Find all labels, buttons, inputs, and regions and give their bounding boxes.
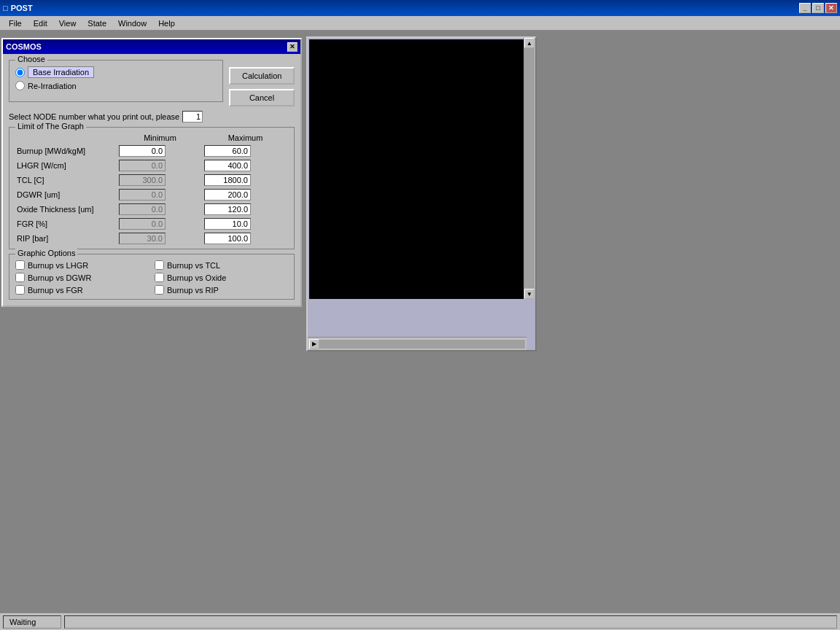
graph-min-input-3	[119, 189, 166, 201]
graph-max-input-1[interactable]	[204, 160, 251, 171]
table-row: Oxide Thickness [um]	[15, 202, 288, 217]
radio-reirr-label: Re-Irradiation	[28, 82, 77, 90]
graph-row-label: LHGR [W/cm]	[15, 158, 117, 173]
radio-base-label: Base Irradiation	[28, 66, 94, 78]
menu-edit[interactable]: Edit	[28, 18, 53, 29]
graph-row-label: FGR [%]	[15, 217, 117, 231]
checkbox-label-5: Burnup vs RIP	[167, 286, 219, 295]
graph-min-input-5	[119, 218, 166, 230]
app-title-bar: □ POST _ □ ✕	[0, 0, 840, 16]
node-label: Select NODE number what you print out, p…	[9, 112, 179, 121]
graph-max-input-6[interactable]	[204, 233, 251, 244]
scroll-down-button[interactable]: ▼	[524, 289, 534, 299]
table-row: DGWR [um]	[15, 187, 288, 202]
menu-file[interactable]: File	[3, 18, 28, 29]
table-row: Burnup [MWd/kgM]	[15, 144, 288, 158]
scroll-up-button[interactable]: ▲	[524, 38, 534, 48]
display-black-area	[309, 39, 528, 299]
title-bar-buttons: _ □ ✕	[799, 3, 837, 13]
checkbox-label-3: Burnup vs Oxide	[167, 273, 226, 282]
check-row: Burnup vs DGWR	[15, 273, 149, 282]
graph-min-input-4	[119, 203, 166, 215]
checkbox-label-1: Burnup vs TCL	[167, 261, 220, 270]
graph-row-label: Burnup [MWd/kgM]	[15, 144, 117, 158]
col-min-header: Minimum	[117, 133, 203, 144]
checkbox-3[interactable]	[155, 273, 164, 282]
node-input[interactable]	[182, 111, 203, 122]
display-right-arrow-button[interactable]: ▶	[309, 339, 319, 349]
checkbox-4[interactable]	[15, 285, 25, 295]
graph-row-label: DGWR [um]	[15, 187, 117, 202]
check-row: Burnup vs LHGR	[15, 260, 149, 270]
graph-row-label: RIP [bar]	[15, 231, 117, 246]
graph-min-input-0[interactable]	[119, 145, 166, 157]
graph-max-input-3[interactable]	[204, 189, 251, 201]
graph-min-input-1	[119, 160, 166, 171]
display-panel-outer: ▲ ▼ ▶	[306, 36, 537, 351]
status-empty-area	[64, 615, 837, 629]
menu-state[interactable]: State	[82, 18, 112, 29]
check-row: Burnup vs TCL	[155, 260, 288, 270]
radio-base-irradiation[interactable]	[15, 68, 25, 77]
minimize-button[interactable]: _	[799, 3, 811, 13]
close-app-button[interactable]: ✕	[825, 3, 837, 13]
status-waiting-label: Waiting	[3, 615, 61, 629]
display-h-scroll-track	[319, 340, 525, 349]
graph-max-input-4[interactable]	[204, 203, 251, 215]
check-row: Burnup vs FGR	[15, 285, 149, 295]
graph-row-label: TCL [C]	[15, 173, 117, 187]
cosmos-dialog: COSMOS ✕ Choose Base Irradiation Re-Irra…	[1, 38, 302, 307]
graphic-group-label: Graphic Options	[15, 249, 77, 257]
menu-bar: File Edit View State Window Help	[0, 16, 840, 31]
checkbox-5[interactable]	[155, 285, 164, 295]
maximize-button[interactable]: □	[812, 3, 824, 13]
radio-reirradiation[interactable]	[15, 81, 25, 90]
graph-row-label: Oxide Thickness [um]	[15, 202, 117, 217]
main-area: COSMOS ✕ Choose Base Irradiation Re-Irra…	[0, 31, 840, 629]
menu-window[interactable]: Window	[112, 18, 152, 29]
graphic-options-group: Graphic Options Burnup vs LHGRBurnup vs …	[9, 254, 295, 300]
cosmos-title-label: COSMOS	[6, 42, 42, 51]
check-row: Burnup vs RIP	[155, 285, 288, 295]
display-scrollbar: ▲ ▼	[524, 38, 535, 299]
graph-limit-group: Limit of The Graph Minimum Maximum Burnu…	[9, 127, 295, 249]
table-row: LHGR [W/cm]	[15, 158, 288, 173]
check-row: Burnup vs Oxide	[155, 273, 288, 282]
graph-max-input-0[interactable]	[204, 145, 251, 157]
checkbox-1[interactable]	[155, 260, 164, 270]
calculation-button[interactable]: Calculation	[229, 67, 295, 85]
checkbox-label-2: Burnup vs DGWR	[28, 273, 91, 282]
choose-group-label: Choose	[15, 55, 47, 63]
cosmos-title-bar: COSMOS ✕	[3, 39, 300, 54]
menu-view[interactable]: View	[53, 18, 82, 29]
graph-group-label: Limit of The Graph	[15, 122, 86, 131]
cancel-button[interactable]: Cancel	[229, 89, 295, 106]
checkbox-label-0: Burnup vs LHGR	[28, 261, 88, 270]
graph-max-input-2[interactable]	[204, 174, 251, 186]
scroll-track	[524, 48, 534, 289]
status-bar: Waiting	[0, 612, 840, 630]
graph-max-input-5[interactable]	[204, 218, 251, 230]
checkbox-label-4: Burnup vs FGR	[28, 286, 83, 295]
app-title: POST	[11, 4, 33, 12]
graph-min-input-6	[119, 233, 166, 244]
app-icon: □	[3, 4, 8, 12]
table-row: TCL [C]	[15, 173, 288, 187]
graph-min-input-2	[119, 174, 166, 186]
checkbox-0[interactable]	[15, 260, 25, 270]
menu-help[interactable]: Help	[152, 18, 181, 29]
table-row: FGR [%]	[15, 217, 288, 231]
checkbox-2[interactable]	[15, 273, 25, 282]
col-max-header: Maximum	[203, 133, 288, 144]
display-bottom-bar: ▶	[308, 337, 526, 350]
table-row: RIP [bar]	[15, 231, 288, 246]
cosmos-close-button[interactable]: ✕	[287, 42, 298, 52]
